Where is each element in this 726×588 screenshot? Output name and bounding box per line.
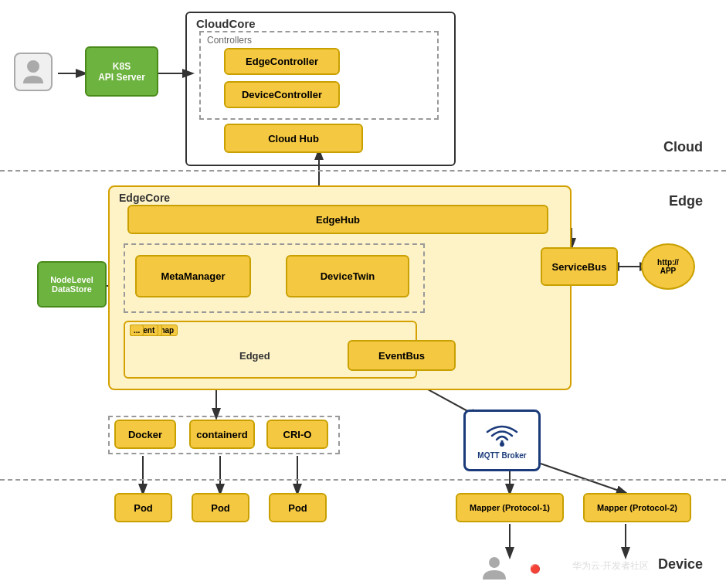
edged-label: Edged bbox=[239, 350, 270, 362]
svg-point-21 bbox=[500, 442, 504, 447]
controllers-label: Controllers bbox=[207, 35, 252, 46]
pod3-box: Pod bbox=[269, 493, 327, 522]
cloud-hub-box: Cloud Hub bbox=[224, 124, 363, 153]
pod2-box: Pod bbox=[192, 493, 249, 522]
servicebus-box: ServiceBus bbox=[541, 247, 618, 286]
nodelevel-box: NodeLevel DataStore bbox=[37, 261, 107, 308]
watermark: 华为云·开发者社区 bbox=[572, 559, 649, 573]
mqtt-box: MQTT Broker bbox=[463, 410, 541, 471]
edge-device-divider bbox=[0, 479, 726, 481]
diagram: Cloud Edge Device K8S API Server CloudCo… bbox=[0, 0, 726, 588]
svg-point-20 bbox=[27, 60, 39, 73]
http-app-box: http:// APP bbox=[641, 243, 695, 290]
user-icon bbox=[14, 53, 53, 91]
device-twin-box: DeviceTwin bbox=[286, 255, 409, 297]
cloud-label: Cloud bbox=[663, 139, 703, 155]
edgecore-title: EdgeCore bbox=[119, 192, 170, 204]
weibo-logo: 🔴 bbox=[530, 564, 541, 574]
device-controller-box: DeviceController bbox=[224, 81, 340, 108]
mapper2-box: Mapper (Protocol-2) bbox=[583, 493, 691, 522]
event-bus-box: EventBus bbox=[348, 340, 456, 371]
device-icon-1 bbox=[479, 555, 510, 582]
pod1-box: Pod bbox=[114, 493, 172, 522]
cloudcore-title: CloudCore bbox=[196, 17, 256, 30]
tag-etc: ... bbox=[130, 325, 144, 336]
device-label: Device bbox=[658, 556, 703, 573]
cri-o-box: CRI-O bbox=[266, 420, 328, 449]
svg-point-22 bbox=[489, 557, 500, 568]
mapper1-box: Mapper (Protocol-1) bbox=[456, 493, 564, 522]
docker-box: Docker bbox=[114, 420, 176, 449]
edgehub-box: EdgeHub bbox=[127, 205, 548, 234]
edge-controller-box: EdgeController bbox=[224, 48, 340, 75]
k8s-api-server-box: K8S API Server bbox=[85, 46, 158, 97]
svg-line-16 bbox=[541, 464, 626, 493]
containerd-box: containerd bbox=[189, 420, 255, 449]
edge-label: Edge bbox=[669, 193, 703, 209]
meta-manager-box: MetaManager bbox=[135, 255, 251, 297]
cloud-edge-divider bbox=[0, 170, 726, 172]
mqtt-label: MQTT Broker bbox=[477, 451, 526, 460]
